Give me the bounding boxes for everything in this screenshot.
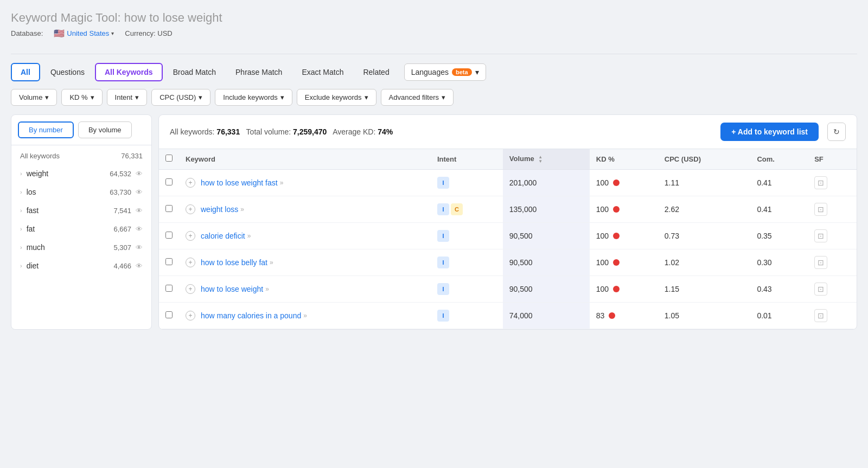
filter-cpc[interactable]: CPC (USD) ▾ <box>151 89 210 106</box>
table-header-row: Keyword Intent Volume ▲▼ KD % CPC (USD) … <box>159 149 857 169</box>
intent-badge: I <box>437 177 449 189</box>
table-row: + how to lose weight » I 90,500 100 1.15… <box>159 275 857 302</box>
eye-icon[interactable]: 👁 <box>136 262 143 270</box>
sf-action-icon[interactable]: ⊡ <box>814 203 827 216</box>
kd-value: 83 <box>596 311 605 320</box>
eye-icon[interactable]: 👁 <box>136 188 143 196</box>
intent-cell: I <box>431 275 503 302</box>
database-selector[interactable]: 🇺🇸 United States ▾ <box>54 28 114 39</box>
row-checkbox[interactable] <box>165 205 173 212</box>
intent-cell: I <box>431 169 503 196</box>
sf-cell: ⊡ <box>808 196 857 222</box>
filter-intent[interactable]: Intent ▾ <box>107 89 148 106</box>
intent-badge: C <box>451 203 463 215</box>
kd-value: 100 <box>596 258 609 267</box>
sf-action-icon[interactable]: ⊡ <box>814 176 827 189</box>
main-content: By number By volume All keywords 76,331 … <box>11 114 857 330</box>
kd-indicator <box>613 233 620 239</box>
filter-volume[interactable]: Volume ▾ <box>11 89 57 106</box>
keyword-link[interactable]: + how to lose weight fast » <box>186 178 424 188</box>
sort-icon: ▲▼ <box>538 155 542 164</box>
row-checkbox[interactable] <box>165 285 173 292</box>
toggle-by-volume[interactable]: By volume <box>78 121 132 138</box>
keyword-link[interactable]: + calorie deficit » <box>186 231 424 241</box>
tab-related[interactable]: Related <box>354 63 398 81</box>
th-volume[interactable]: Volume ▲▼ <box>503 149 590 169</box>
sf-cell: ⊡ <box>808 249 857 275</box>
filter-exclude-keywords[interactable]: Exclude keywords ▾ <box>297 89 376 106</box>
table-section: All keywords: 76,331 Total volume: 7,259… <box>158 114 857 330</box>
list-item[interactable]: › much 5,307 👁 <box>16 238 147 257</box>
table-row: + weight loss » IC 135,000 100 2.62 0.41… <box>159 196 857 222</box>
sidebar-count: 63,730 <box>110 188 131 196</box>
keyword-text: how many calories in a pound <box>201 311 301 320</box>
toggle-by-number[interactable]: By number <box>18 121 74 138</box>
kd-cell: 100 <box>590 196 658 222</box>
list-item[interactable]: › fast 7,541 👁 <box>16 201 147 220</box>
tab-broad-match[interactable]: Broad Match <box>164 63 225 81</box>
row-checkbox[interactable] <box>165 232 173 239</box>
sf-action-icon[interactable]: ⊡ <box>814 256 827 269</box>
refresh-button[interactable]: ↻ <box>827 123 846 141</box>
tab-questions[interactable]: Questions <box>41 63 94 81</box>
filter-advanced[interactable]: Advanced filters ▾ <box>381 89 454 106</box>
intent-badge: I <box>437 310 449 322</box>
keyword-link[interactable]: + how to lose weight » <box>186 284 424 294</box>
chevron-right-icon: › <box>20 207 22 214</box>
list-item[interactable]: › fat 6,667 👁 <box>16 220 147 238</box>
kd-indicator <box>613 179 620 186</box>
chevron-right-icon: › <box>20 189 22 195</box>
list-item[interactable]: › weight 64,532 👁 <box>16 164 147 183</box>
chevron-down-icon: ▾ <box>442 93 445 101</box>
row-checkbox[interactable] <box>165 258 173 265</box>
meta-row: Database: 🇺🇸 United States ▾ Currency: U… <box>11 28 857 39</box>
volume-cell: 90,500 <box>503 222 590 249</box>
table-row: + how to lose belly fat » I 90,500 100 1… <box>159 249 857 275</box>
filter-kd[interactable]: KD % ▾ <box>61 89 102 106</box>
table-row: + how many calories in a pound » I 74,00… <box>159 302 857 329</box>
row-checkbox-cell <box>159 196 179 222</box>
tab-phrase-match[interactable]: Phrase Match <box>226 63 291 81</box>
sf-action-icon[interactable]: ⊡ <box>814 283 827 296</box>
sf-action-icon[interactable]: ⊡ <box>814 309 827 322</box>
keyword-text: calorie deficit <box>201 232 245 240</box>
chevron-down-icon: ▾ <box>91 93 94 101</box>
keyword-link[interactable]: + how to lose belly fat » <box>186 258 424 267</box>
chevron-down-icon: ▾ <box>365 93 368 101</box>
tab-all-keywords[interactable]: All Keywords <box>95 63 163 81</box>
all-keywords-value: 76,331 <box>216 127 240 136</box>
keyword-link[interactable]: + how many calories in a pound » <box>186 311 424 320</box>
sf-cell: ⊡ <box>808 275 857 302</box>
volume-cell: 74,000 <box>503 302 590 329</box>
chevron-down-icon: ▾ <box>199 93 202 101</box>
languages-button[interactable]: Languages beta ▾ <box>404 63 486 81</box>
chevron-right-icon: › <box>20 226 22 232</box>
plus-icon: + <box>186 311 195 320</box>
eye-icon[interactable]: 👁 <box>136 170 143 178</box>
list-item[interactable]: › los 63,730 👁 <box>16 183 147 201</box>
database-label: Database: <box>11 29 43 37</box>
sf-cell: ⊡ <box>808 169 857 196</box>
filter-include-keywords[interactable]: Include keywords ▾ <box>215 89 292 106</box>
row-checkbox[interactable] <box>165 311 173 318</box>
sf-cell: ⊡ <box>808 222 857 249</box>
list-item[interactable]: › diet 4,466 👁 <box>16 257 147 275</box>
kd-value: 100 <box>596 232 609 240</box>
eye-icon[interactable]: 👁 <box>136 243 143 252</box>
th-cpc: CPC (USD) <box>658 149 751 169</box>
add-to-keyword-list-button[interactable]: + Add to keyword list <box>720 123 819 141</box>
keyword-link[interactable]: + weight loss » <box>186 204 424 214</box>
eye-icon[interactable]: 👁 <box>136 207 143 215</box>
sidebar-header: All keywords 76,331 <box>11 145 151 164</box>
kd-cell: 100 <box>590 275 658 302</box>
com-cell: 0.41 <box>750 196 808 222</box>
tab-exact-match[interactable]: Exact Match <box>292 63 353 81</box>
plus-icon: + <box>186 231 195 241</box>
eye-icon[interactable]: 👁 <box>136 225 143 233</box>
tab-all[interactable]: All <box>11 63 40 81</box>
double-arrow-icon: » <box>303 312 307 319</box>
row-checkbox[interactable] <box>165 178 173 185</box>
com-cell: 0.30 <box>750 249 808 275</box>
sf-action-icon[interactable]: ⊡ <box>814 229 827 242</box>
select-all-checkbox[interactable] <box>165 155 173 162</box>
